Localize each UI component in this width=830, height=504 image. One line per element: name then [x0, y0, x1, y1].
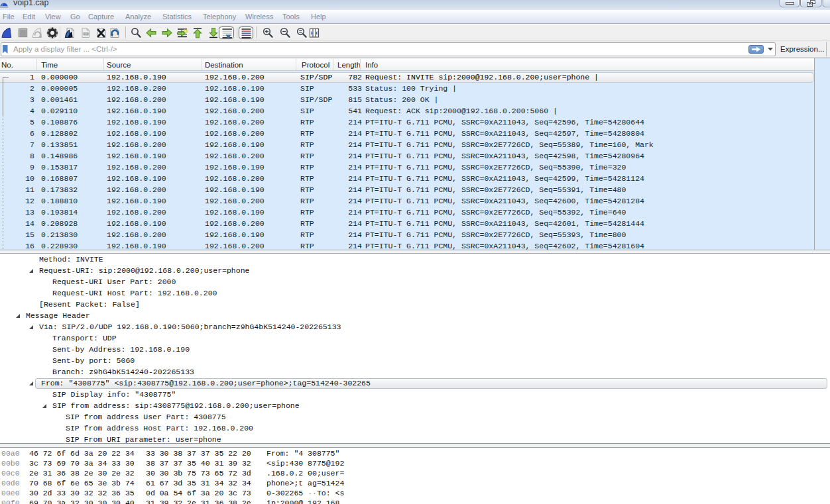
svg-text:010: 010	[83, 32, 89, 36]
